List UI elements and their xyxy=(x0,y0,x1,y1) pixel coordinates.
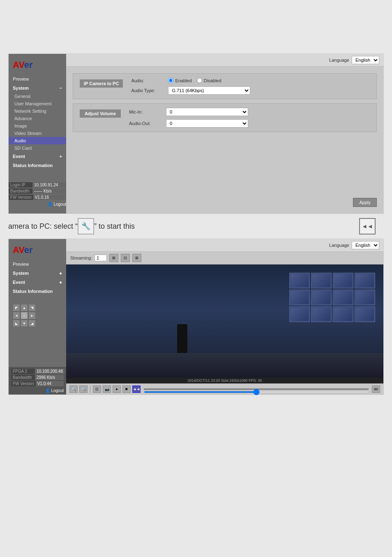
ptz-down-left[interactable]: ◣ xyxy=(13,320,20,327)
audio-type-row: Audio Type: G.711 (64Kbps) xyxy=(131,86,370,95)
ptz-right[interactable]: ► xyxy=(28,312,36,319)
bottom-language-label: Language xyxy=(329,243,349,248)
ptz-up-right[interactable]: ◥ xyxy=(28,304,36,311)
bottom-header-bar: Language English xyxy=(66,239,383,252)
ptz-home[interactable]: ⌂ xyxy=(21,312,28,319)
volume-slider[interactable] xyxy=(144,391,369,393)
logout-button[interactable]: 👤 Logout xyxy=(9,201,66,207)
adjust-volume-title: Adjust Volume xyxy=(80,109,121,118)
ip-camera-block: IP Camera to PC Audio: Enabled Disabled xyxy=(73,73,377,99)
ip-camera-title: IP Camera to PC xyxy=(80,79,123,88)
enabled-radio-input[interactable] xyxy=(168,78,173,83)
bottom-login-ip-row: FPGA 2 10.100.200.48 xyxy=(11,369,64,374)
audio-type-select[interactable]: G.711 (64Kbps) xyxy=(168,86,250,95)
bottom-bandwidth-label: Bandwidth xyxy=(11,375,35,380)
sidebar-item-advance[interactable]: Advance xyxy=(9,115,66,122)
bottom-sidebar: AVer Preview System ● Event ● Status Inf… xyxy=(9,239,66,395)
fw-version-value: V1.0.16 xyxy=(33,195,66,200)
bottom-sidebar-system[interactable]: System ● xyxy=(9,269,66,278)
sidebar-item-status-information[interactable]: Status Information xyxy=(9,161,66,170)
ptz-grid: ◤ ▲ ◥ ◄ ⌂ ► ◣ ▼ ◢ xyxy=(13,304,62,327)
monitor-7 xyxy=(333,290,353,305)
audio-type-label: Audio Type: xyxy=(131,88,164,93)
fw-version-row: FW Version V1.0.16 xyxy=(9,195,66,200)
adjust-volume-fields: Mic-In: 0 Audio-Out: 0 xyxy=(129,108,370,128)
sidebar-item-general[interactable]: General xyxy=(9,93,66,100)
adjust-volume-block: Adjust Volume Mic-In: 0 Audio-Out: 0 xyxy=(73,103,377,132)
sidebar-item-event[interactable]: Event + xyxy=(9,152,66,161)
ptz-up-left[interactable]: ◤ xyxy=(13,304,20,311)
record-button[interactable]: ● xyxy=(113,385,121,393)
sidebar-item-image[interactable]: Image xyxy=(9,122,66,130)
top-header-bar: Language English xyxy=(66,54,383,67)
streaming-label: Streaming: xyxy=(70,255,92,260)
zoom-in-button[interactable]: 🔍 xyxy=(69,385,78,393)
login-ip-value: 10.100.91.24 xyxy=(32,182,66,188)
enabled-radio[interactable]: Enabled xyxy=(168,78,191,83)
sidebar-item-video-stream[interactable]: Video Stream xyxy=(9,130,66,137)
monitor-12 xyxy=(355,306,375,322)
ptz-up[interactable]: ▲ xyxy=(21,304,28,311)
bottom-toolbar: 🔍 🔍 ⊡ 📷 ● ✖ ◄◄ 90 xyxy=(66,383,383,395)
fw-version-label: FW Version xyxy=(9,195,33,200)
audio-out-row: Audio-Out: 0 xyxy=(129,119,370,128)
ptz-down-right[interactable]: ◢ xyxy=(28,320,36,327)
mic-in-select[interactable]: 0 xyxy=(166,108,248,116)
apply-button[interactable]: Apply xyxy=(353,198,377,207)
audio-radio-group: Enabled Disabled xyxy=(168,78,221,83)
cam-scene xyxy=(66,265,383,378)
zoom-out-button[interactable]: 🔍 xyxy=(79,385,88,393)
ptz-down[interactable]: ▼ xyxy=(21,320,28,327)
monitor-2 xyxy=(311,273,332,288)
mic-in-label: Mic-In: xyxy=(129,109,162,114)
login-ip-row: Login IP 10.100.91.24 xyxy=(9,182,66,188)
audio-out-select[interactable]: 0 xyxy=(166,119,248,128)
streaming-input[interactable] xyxy=(95,255,107,261)
disabled-radio[interactable]: Disabled xyxy=(197,78,221,83)
bottom-fw-row: FW Version V1.0.44 xyxy=(11,381,64,386)
instruction-text-after: ” to start this xyxy=(94,222,135,231)
view-btn-3[interactable]: ⊞ xyxy=(132,254,141,262)
bottom-fw-value: V1.0.44 xyxy=(36,381,64,386)
floor-area xyxy=(66,353,383,378)
bottom-sidebar-status[interactable]: Status Information xyxy=(9,287,66,296)
volume-slider-track xyxy=(144,388,369,390)
sidebar-item-network-setting[interactable]: Network Setting xyxy=(9,107,66,115)
capture-button[interactable]: 📷 xyxy=(103,385,111,393)
language-label: Language xyxy=(329,58,349,63)
top-sidebar: AVer Preview System − General User Manag… xyxy=(9,54,66,214)
bottom-language-select[interactable]: English xyxy=(352,241,379,249)
monitor-1 xyxy=(289,273,310,288)
monitor-4 xyxy=(355,273,375,288)
toolbar-separator-1 xyxy=(90,386,90,392)
bottom-bandwidth-value: 2996 Kb/s xyxy=(35,375,64,380)
wrench-icon: 🔧 xyxy=(81,222,90,231)
sidebar-item-system[interactable]: System − xyxy=(9,84,66,93)
bottom-login-ip-label: FPGA 2 xyxy=(11,369,35,374)
monitor-3 xyxy=(333,273,353,288)
view-btn-2[interactable]: ⊡ xyxy=(121,254,130,262)
monitor-8 xyxy=(355,290,375,305)
view-btn-1[interactable]: ⊞ xyxy=(109,254,118,262)
sidebar-item-audio[interactable]: Audio xyxy=(9,137,66,144)
audio-label: Audio: xyxy=(131,78,164,83)
top-main-content: Language English IP Camera to PC Audio: … xyxy=(66,54,383,214)
bandwidth-value: ------ Kb/s xyxy=(32,188,66,194)
ptz-left[interactable]: ◄ xyxy=(13,312,20,319)
bottom-panel: AVer Preview System ● Event ● Status Inf… xyxy=(8,239,384,395)
disabled-radio-input[interactable] xyxy=(197,78,202,83)
zoom-fit-button[interactable]: ⊡ xyxy=(93,385,101,393)
bottom-logout-button[interactable]: 👤 Logout xyxy=(11,387,64,393)
bottom-sidebar-preview[interactable]: Preview xyxy=(9,260,66,269)
sidebar-item-sd-card[interactable]: SD Card xyxy=(9,144,66,152)
move-button[interactable]: ✖ xyxy=(122,385,131,393)
sidebar-item-preview[interactable]: Preview xyxy=(9,74,66,84)
go-button[interactable]: 90 xyxy=(372,385,380,393)
language-select[interactable]: English xyxy=(352,56,379,64)
mic-in-row: Mic-In: 0 xyxy=(129,108,370,116)
monitor-6 xyxy=(311,290,332,305)
sidebar-item-user-management[interactable]: User Management xyxy=(9,100,66,107)
audio-button[interactable]: ◄◄ xyxy=(132,385,141,393)
bottom-sidebar-event[interactable]: Event ● xyxy=(9,278,66,287)
ptz-area: ◤ ▲ ◥ ◄ ⌂ ► ◣ ▼ ◢ xyxy=(13,304,62,327)
